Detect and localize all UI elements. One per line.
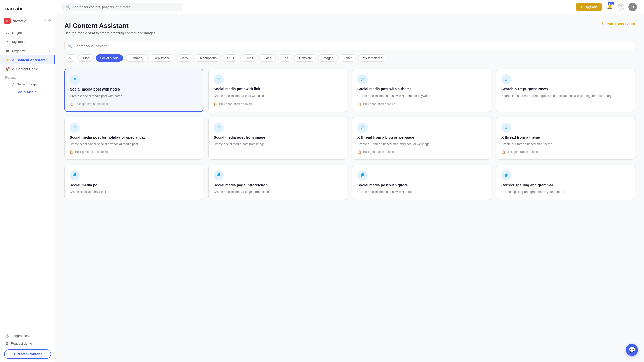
card-social-link[interactable]: #Social media post with linkCreate a soc… xyxy=(208,69,347,112)
sidebar-sub-social-media[interactable]: ⬡ Social Media xyxy=(0,88,55,96)
help-icon: ? xyxy=(618,4,624,10)
card-social-holiday[interactable]: #Social media post for holiday or specia… xyxy=(64,117,203,160)
card-icon-x-thread-blog: # xyxy=(357,123,368,133)
card-icon-social-link: # xyxy=(214,74,224,84)
sidebar-item-organize[interactable]: ⊕ Organize › xyxy=(0,46,55,55)
card-bulk-social-notes: 📋Bulk generation enabled xyxy=(70,102,198,106)
global-search[interactable]: 🔍 xyxy=(62,3,183,11)
card-desc-search-repurpose: Search latest news and repurpose into a … xyxy=(501,94,630,106)
sidebar-item-ai-content-genie[interactable]: 🚀 AI Content Genie xyxy=(0,64,55,73)
notifications-button[interactable]: 🔔 380 xyxy=(605,3,614,11)
card-social-page-intro[interactable]: #Social media page introductionCreate a … xyxy=(208,165,347,200)
chat-widget-button[interactable]: 💬 xyxy=(626,344,638,356)
chevron-down-icon: ▾ xyxy=(44,19,46,23)
bulk-icon: 📋 xyxy=(357,102,361,106)
filter-tag-seo[interactable]: SEO xyxy=(223,54,238,62)
sidebar-item-projects[interactable]: ⬡ Projects xyxy=(0,28,55,37)
upgrade-button[interactable]: ✦ Upgrade xyxy=(576,3,602,11)
search-input[interactable] xyxy=(72,5,179,9)
user-avatar[interactable]: U xyxy=(628,3,637,11)
filter-tag-video[interactable]: Video xyxy=(259,54,276,62)
card-desc-social-notes: Create a social media post with notes xyxy=(70,94,198,99)
filter-bar: AllBlogSocial MediaSummaryRepurposeCopyD… xyxy=(64,54,635,62)
organize-icon: ⊕ xyxy=(5,49,10,53)
filter-tag-copy[interactable]: Copy xyxy=(176,54,192,62)
card-title-social-holiday: Social media post for holiday or special… xyxy=(70,135,198,139)
filter-tag-repurpose[interactable]: Repurpose xyxy=(150,54,174,62)
card-search-repurpose[interactable]: #Search & Repurpose NewsSearch latest ne… xyxy=(496,69,635,112)
card-title-search-repurpose: Search & Repurpose News xyxy=(501,87,630,91)
filter-tag-all[interactable]: All xyxy=(64,54,76,62)
sidebar: narrato N NarratoM... ▾ ⚙ ⬡ Projects ✓ M… xyxy=(0,0,55,362)
card-icon-search-repurpose: # xyxy=(501,74,511,84)
sidebar-request-demo[interactable]: 🖥 Request demo xyxy=(4,340,51,347)
card-title-social-notes: Social media post with notes xyxy=(70,87,198,91)
workspace-name: NarratoM... xyxy=(13,19,42,23)
card-social-notes[interactable]: #Social media post with notesCreate a so… xyxy=(64,69,203,112)
filter-tag-images[interactable]: Images xyxy=(318,54,338,62)
workspace-avatar: N xyxy=(4,18,11,24)
bulk-label: Bulk generation enabled xyxy=(363,102,395,106)
workspace-switcher[interactable]: N NarratoM... ▾ ⚙ xyxy=(0,16,55,26)
card-desc-social-holiday: Create a holiday or special day social m… xyxy=(70,142,198,147)
blog-icon: ⬡ xyxy=(11,82,15,86)
usecase-search-input[interactable] xyxy=(74,44,631,48)
add-brand-voice-button[interactable]: 🎙 Add a Brand Voice xyxy=(602,22,635,26)
sidebar-nav: ⬡ Projects ✓ My Tasks ⊕ Organize › ⚡ AI … xyxy=(0,26,55,329)
create-content-label: + Create Content xyxy=(13,352,42,356)
sidebar-item-label: AI Content Genie xyxy=(12,67,38,71)
create-content-button[interactable]: + Create Content xyxy=(4,349,51,359)
filter-tag-translate[interactable]: Translate xyxy=(294,54,316,62)
card-icon-social-quote: # xyxy=(357,170,368,180)
sidebar-integrations[interactable]: ⚓ Integrations xyxy=(4,332,51,340)
filter-tag-blog[interactable]: Blog xyxy=(78,54,94,62)
main-area: 🔍 ✦ Upgrade 🔔 380 ? U AI Conten xyxy=(55,0,644,362)
card-icon-spelling-grammar: # xyxy=(501,170,511,180)
filter-tag-ads[interactable]: Ads xyxy=(278,54,292,62)
card-desc-x-thread-theme: Create a X thread based on a theme xyxy=(501,142,630,147)
page-title: AI Content Assistant xyxy=(64,22,156,30)
brand-voice-label: Add a Brand Voice xyxy=(607,22,635,26)
filter-tag-summary[interactable]: Summary xyxy=(125,54,148,62)
recents-label: Recents xyxy=(0,73,55,80)
card-title-social-poll: Social media poll xyxy=(70,183,198,187)
chevron-right-icon: › xyxy=(49,49,50,52)
filter-tag-my-templates[interactable]: My templates xyxy=(358,54,386,62)
filter-tag-descriptions[interactable]: Descriptions xyxy=(194,54,221,62)
upgrade-label: Upgrade xyxy=(584,5,598,9)
card-spelling-grammar[interactable]: #Correct spelling and grammarCorrect spe… xyxy=(496,165,635,200)
help-button[interactable]: ? xyxy=(617,3,625,11)
filter-tag-other[interactable]: Other xyxy=(340,54,356,62)
sidebar-sub-narrato-blogs[interactable]: ⬡ Narrato Blogs xyxy=(0,80,55,88)
bulk-icon: 📋 xyxy=(357,150,361,154)
request-demo-label: Request demo xyxy=(11,342,32,345)
card-x-thread-theme[interactable]: #X thread from a themeCreate a X thread … xyxy=(496,117,635,160)
card-title-social-image: Social media post from image xyxy=(214,135,342,139)
tasks-icon: ✓ xyxy=(5,39,10,44)
card-bulk-social-theme: 📋Bulk generation enabled xyxy=(357,102,486,106)
page-header-text: AI Content Assistant Use the magic of AI… xyxy=(64,22,156,35)
card-bulk-social-holiday: 📋Bulk generation enabled xyxy=(70,150,198,154)
sidebar-item-ai-content-assistant[interactable]: ⚡ AI Content Assistant xyxy=(0,55,55,64)
card-title-social-theme: Social media post with a theme xyxy=(357,87,486,91)
card-social-image[interactable]: #Social media post from imageCreate soci… xyxy=(208,117,347,160)
gear-icon[interactable]: ⚙ xyxy=(48,19,51,23)
card-title-x-thread-theme: X thread from a theme xyxy=(501,135,630,139)
microphone-icon: 🎙 xyxy=(602,22,605,26)
card-social-quote[interactable]: #Social media post with quoteCreate a so… xyxy=(352,165,491,200)
usecase-search[interactable]: 🔍 xyxy=(64,41,635,50)
card-x-thread-blog[interactable]: #X thread from a blog or webpageCreate a… xyxy=(352,117,491,160)
card-social-theme[interactable]: #Social media post with a themeCreate a … xyxy=(352,69,491,112)
card-icon-social-page-intro: # xyxy=(214,170,224,180)
card-social-poll[interactable]: #Social media pollCreate a social media … xyxy=(64,165,203,200)
card-desc-x-thread-blog: Create a X thread based on a blog post o… xyxy=(357,142,486,147)
bulk-icon: 📋 xyxy=(70,102,74,106)
sidebar-bottom: ⚓ Integrations 🖥 Request demo + Create C… xyxy=(0,329,55,362)
filter-tag-email[interactable]: Email xyxy=(240,54,257,62)
sidebar-item-label: Organize xyxy=(12,49,26,53)
page-header: AI Content Assistant Use the magic of AI… xyxy=(64,22,635,35)
filter-tag-social-media[interactable]: Social Media xyxy=(96,54,123,62)
card-title-social-page-intro: Social media page introduction xyxy=(214,183,342,187)
sidebar-item-my-tasks[interactable]: ✓ My Tasks xyxy=(0,37,55,46)
bulk-label: Bulk generation enabled xyxy=(75,150,108,154)
